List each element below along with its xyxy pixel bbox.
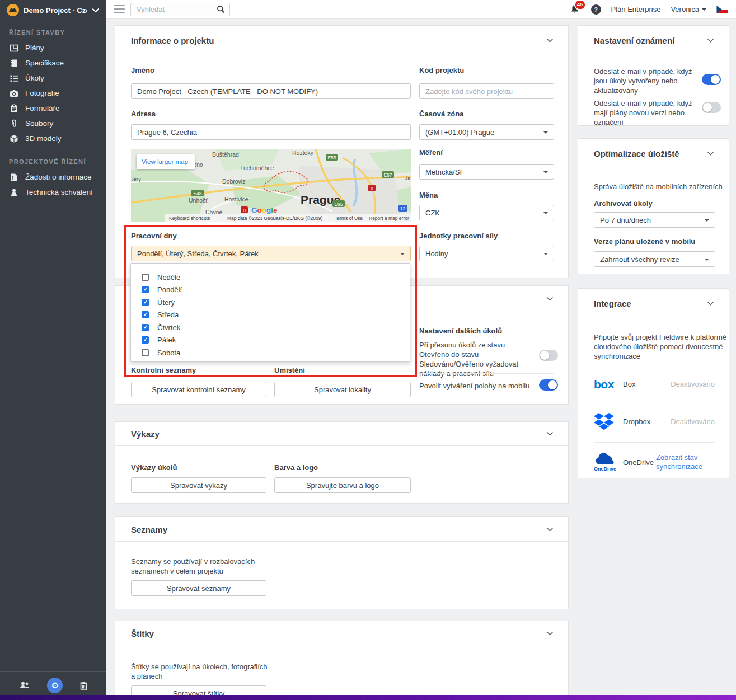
trash-icon[interactable] <box>79 681 88 690</box>
section-title: Nastavení oznámení <box>594 36 674 45</box>
map-keyboard-shortcuts[interactable]: Keyboard shortcuts <box>169 215 210 221</box>
sidebar-item-specifikace[interactable]: Specifikace <box>0 55 106 71</box>
timezone-select[interactable]: (GMT+01:00) Prague <box>419 124 554 140</box>
collapse-chevron-icon[interactable] <box>707 301 714 306</box>
currency-select[interactable]: CZK <box>419 205 554 220</box>
sidebar-item-fotografie[interactable]: Fotografie <box>0 86 106 101</box>
sidebar-item-ukoly[interactable]: Úkoly <box>0 71 106 86</box>
checkbox-checked-icon[interactable] <box>142 324 149 331</box>
checkbox-unchecked-icon[interactable] <box>142 274 149 281</box>
bottom-purple-bar <box>0 695 736 700</box>
map-report-error-link[interactable]: Report a map error <box>369 215 409 221</box>
divider <box>594 442 715 443</box>
workdays-select[interactable]: Pondělí, Úterý, Středa, Čtvrtek, Pátek <box>131 246 411 261</box>
archive-tasks-select[interactable]: Po 7 dnu/dnech <box>594 212 715 228</box>
google-logo: Google <box>251 206 278 214</box>
status-badge: Deaktivováno <box>671 417 715 426</box>
user-menu[interactable]: Veronica <box>671 5 706 13</box>
checkbox-unchecked-icon[interactable] <box>142 349 149 356</box>
collapse-chevron-icon[interactable] <box>546 631 554 636</box>
view-larger-map-button[interactable]: View larger map <box>137 154 195 169</box>
workday-option-streda[interactable]: Středa <box>131 309 410 322</box>
manage-locations-button[interactable]: Spravovat lokality <box>274 382 411 397</box>
checkbox-checked-icon[interactable] <box>142 299 149 306</box>
workday-option-patek[interactable]: Pátek <box>131 334 410 347</box>
manage-reports-button[interactable]: Spravovat výkazy <box>131 477 266 493</box>
address-input[interactable] <box>131 124 411 140</box>
plan-versions-label: Verze plánu uložené v mobilu <box>594 237 695 246</box>
search-box <box>130 3 230 16</box>
collapse-chevron-icon[interactable] <box>707 38 714 43</box>
status-badge: Deaktivováno <box>671 380 715 388</box>
collapse-chevron-icon[interactable] <box>707 151 714 156</box>
svg-text:E65: E65 <box>334 201 343 207</box>
lists-card: Seznamy Seznamy se používají v rozbalova… <box>115 516 569 609</box>
sidebar-item-zadosti[interactable]: Žádosti o informace <box>0 170 106 185</box>
sidebar-item-plany[interactable]: Plány <box>0 40 106 55</box>
workday-option-sobota[interactable]: Sobota <box>131 346 410 359</box>
color-logo-label: Barva a logo <box>274 463 318 472</box>
reports-card: Výkazy Výkazy úkolů Barva a logo Spravov… <box>115 421 569 504</box>
task-list-icon <box>9 73 18 83</box>
sidebar-item-label: Formuláře <box>25 104 60 112</box>
notifications-bell-icon[interactable]: 46 <box>570 4 581 15</box>
sidebar-item-3d-modely[interactable]: 3D modely <box>0 131 106 146</box>
email-plans-text: Odeslat e-mail v případě, když mají plán… <box>594 98 698 127</box>
email-plans-toggle[interactable] <box>702 102 721 113</box>
manage-checklists-button[interactable]: Spravovat kontrolní seznamy <box>131 382 266 397</box>
map-town-label: ány <box>132 176 141 182</box>
section-title: Integrace <box>594 299 631 308</box>
search-input[interactable] <box>131 3 209 15</box>
integration-row-dropbox[interactable]: Dropbox Deaktivováno <box>594 410 715 433</box>
workday-option-pondeli[interactable]: Pondělí <box>131 284 410 297</box>
manage-color-logo-button[interactable]: Spravujte barvu a logo <box>274 477 411 493</box>
require-costs-toggle[interactable] <box>539 350 558 361</box>
collapse-chevron-icon[interactable] <box>546 431 554 436</box>
help-icon[interactable]: ? <box>591 4 601 15</box>
collapse-chevron-icon[interactable] <box>546 297 554 301</box>
project-info-header: Informace o projektu <box>115 26 568 55</box>
notifications-card: Nastavení oznámení Odeslat e-mail v příp… <box>578 25 729 126</box>
plan-label[interactable]: Plán Enterprise <box>611 5 661 13</box>
project-switcher[interactable]: Demo Project - Cze... <box>0 0 106 20</box>
sidebar-item-formulare[interactable]: Formuláře <box>0 101 106 116</box>
czech-flag-icon[interactable] <box>716 6 728 13</box>
people-icon[interactable] <box>18 681 31 690</box>
search-icon[interactable] <box>217 5 225 16</box>
sidebar-item-schvaleni[interactable]: Technická schválení <box>0 185 106 200</box>
sync-status-link[interactable]: Zobrazit stav synchronizace <box>656 453 715 472</box>
measurement-select[interactable]: Metrická/SI <box>419 164 554 180</box>
settings-gear-icon[interactable]: ⚙ <box>47 678 63 693</box>
svg-text:Google: Google <box>251 206 278 214</box>
svg-text:0: 0 <box>243 208 246 213</box>
email-tasks-toggle[interactable] <box>702 74 721 85</box>
checkbox-checked-icon[interactable] <box>142 336 149 344</box>
sidebar-item-label: 3D modely <box>25 134 62 143</box>
notifications-header: Nastavení oznámení <box>578 26 729 55</box>
labor-units-select[interactable]: Hodiny <box>419 246 554 261</box>
workday-option-utery[interactable]: Úterý <box>131 296 410 309</box>
integrations-description: Připojte svůj projekt Fieldwire k platfo… <box>594 332 732 361</box>
workday-option-ctvrtek[interactable]: Čtvrtek <box>131 321 410 334</box>
chevron-down-icon <box>702 8 706 13</box>
collapse-chevron-icon[interactable] <box>546 527 554 532</box>
collapse-chevron-icon[interactable] <box>546 38 554 43</box>
user-name: Veronica <box>671 5 699 13</box>
integration-row-box[interactable]: box Box Deaktivováno <box>594 373 715 395</box>
section-title: Optimalizace úložiště <box>594 149 679 158</box>
onedrive-logo-icon: OneDrive <box>594 453 623 472</box>
checkbox-checked-icon[interactable] <box>142 311 149 318</box>
hamburger-menu-icon[interactable] <box>114 5 125 13</box>
map-embed[interactable]: ány dno Buštěhrad Tuchoměřice Roztoky Do… <box>131 149 411 222</box>
sidebar-item-soubory[interactable]: Soubory <box>0 116 106 131</box>
plan-versions-select[interactable]: Zahrnout všechny revize <box>594 251 715 267</box>
mobile-location-toggle[interactable] <box>539 379 558 391</box>
integration-row-onedrive[interactable]: OneDrive OneDrive Zobrazit stav synchron… <box>594 448 715 476</box>
checkbox-checked-icon[interactable] <box>142 286 149 293</box>
project-name-input[interactable] <box>131 83 411 99</box>
project-code-input[interactable] <box>419 83 554 99</box>
workday-option-nedele[interactable]: Neděle <box>131 271 410 284</box>
map-terms-link[interactable]: Terms of Use <box>335 215 363 221</box>
manage-lists-button[interactable]: Spravovat seznamy <box>131 580 266 596</box>
section-title: Seznamy <box>131 524 167 534</box>
